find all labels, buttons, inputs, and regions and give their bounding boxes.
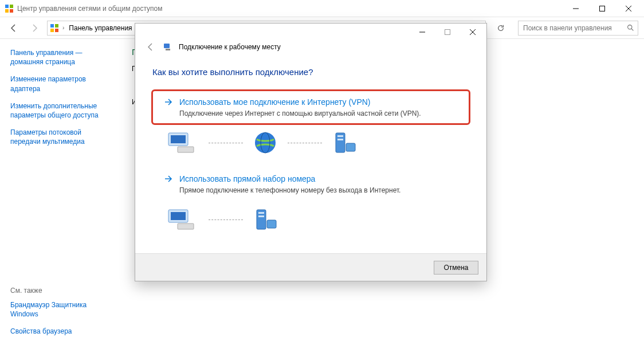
window-controls <box>563 1 642 17</box>
svg-rect-0 <box>5 5 9 8</box>
minimize-button[interactable] <box>563 1 589 17</box>
server-icon <box>253 207 278 232</box>
svg-rect-21 <box>171 135 186 143</box>
svg-rect-26 <box>337 135 343 137</box>
svg-rect-19 <box>166 49 170 50</box>
nav-forward-button[interactable] <box>26 20 42 36</box>
svg-rect-10 <box>50 29 54 32</box>
svg-rect-1 <box>10 5 13 8</box>
svg-rect-33 <box>258 212 264 214</box>
svg-rect-31 <box>178 224 194 229</box>
refresh-button[interactable] <box>493 20 509 36</box>
svg-rect-27 <box>337 139 343 140</box>
cancel-button[interactable]: Отмена <box>434 261 478 275</box>
dialog-header: Подключение к рабочему месту <box>135 41 486 59</box>
svg-rect-30 <box>171 212 186 220</box>
sidebar-link-adapter[interactable]: Изменение параметров адаптера <box>10 75 110 93</box>
dialog-titlebar <box>135 23 486 41</box>
svg-rect-2 <box>5 9 9 13</box>
search-box[interactable] <box>518 21 638 36</box>
svg-rect-18 <box>164 44 170 48</box>
svg-rect-5 <box>600 6 605 11</box>
dialog-minimize-button[interactable] <box>410 24 435 40</box>
svg-point-12 <box>628 25 632 29</box>
globe-icon <box>253 131 277 155</box>
dialog-question: Как вы хотите выполнить подключение? <box>152 67 470 77</box>
server-icon <box>332 131 358 155</box>
search-icon[interactable] <box>627 24 634 32</box>
dialog-overlay: Подключение к рабочему месту Как вы хоти… <box>135 23 487 281</box>
search-input[interactable] <box>522 23 627 33</box>
connect-workplace-dialog: Подключение к рабочему месту Как вы хоти… <box>135 23 487 281</box>
dialog-maximize-button[interactable] <box>435 24 460 40</box>
dialog-back-button[interactable] <box>144 41 157 53</box>
close-button[interactable] <box>615 1 642 17</box>
svg-rect-9 <box>55 24 58 28</box>
sidebar-home-link[interactable]: Панель управления — домашняя страница <box>10 48 110 66</box>
option-dialup[interactable]: Использовать прямой набор номера Прямое … <box>151 166 470 202</box>
arrow-right-icon <box>163 97 174 107</box>
vpn-illustration <box>166 131 470 155</box>
dialog-title: Подключение к рабочему месту <box>179 43 281 51</box>
window-titlebar: Центр управления сетями и общим доступом <box>0 0 644 17</box>
option-dialup-title: Использовать прямой набор номера <box>179 174 315 183</box>
workplace-icon <box>163 42 173 52</box>
computer-icon <box>166 131 198 155</box>
arrow-right-icon <box>163 174 174 184</box>
dialup-illustration <box>166 207 470 232</box>
svg-rect-28 <box>346 143 355 151</box>
see-also-heading: См. также <box>10 287 110 295</box>
nav-back-button[interactable] <box>6 20 22 36</box>
sidebar: Панель управления — домашняя страница Из… <box>0 39 120 341</box>
option-dialup-desc: Прямое подключение к телефонному номеру … <box>179 186 458 194</box>
svg-rect-3 <box>10 9 13 13</box>
svg-rect-22 <box>178 147 194 152</box>
svg-line-13 <box>631 29 633 30</box>
window-title: Центр управления сетями и общим доступом <box>17 5 563 13</box>
option-vpn[interactable]: Использовать мое подключение к Интернету… <box>151 89 470 125</box>
sidebar-link-firewall[interactable]: Брандмауэр Защитника Windows <box>10 300 110 319</box>
dialog-footer: Отмена <box>135 253 486 281</box>
option-vpn-title: Использовать мое подключение к Интернету… <box>179 97 371 107</box>
svg-rect-15 <box>445 30 450 35</box>
option-vpn-desc: Подключение через Интернет с помощью вир… <box>179 109 458 117</box>
sidebar-link-media[interactable]: Параметры потоковой передачи мультимедиа <box>10 128 110 146</box>
svg-rect-34 <box>258 215 264 217</box>
breadcrumb-item[interactable]: Панель управления <box>68 23 133 33</box>
computer-icon <box>166 207 198 232</box>
chevron-right-icon[interactable]: › <box>62 25 64 31</box>
address-icon <box>50 23 59 33</box>
dialog-close-button[interactable] <box>460 24 485 40</box>
sidebar-link-sharing[interactable]: Изменить дополнительные параметры общего… <box>10 101 110 120</box>
svg-rect-35 <box>267 220 276 228</box>
app-icon <box>5 4 14 13</box>
sidebar-link-browser[interactable]: Свойства браузера <box>10 327 110 336</box>
svg-rect-11 <box>55 29 58 32</box>
svg-point-23 <box>255 132 276 153</box>
maximize-button[interactable] <box>589 1 615 17</box>
svg-rect-8 <box>50 24 54 28</box>
